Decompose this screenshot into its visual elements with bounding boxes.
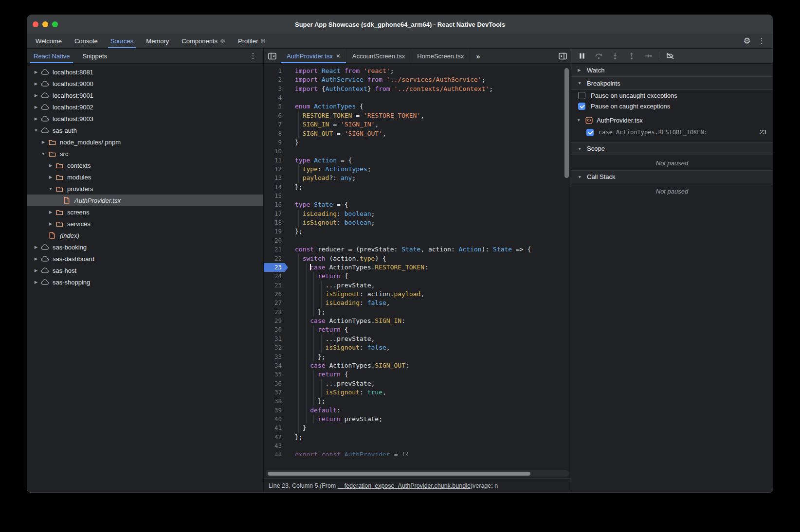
code-line-36[interactable]: 36 ...prevState, [264,379,571,388]
code-line-15[interactable]: 15 [264,192,571,200]
line-number[interactable]: 8 [264,129,288,138]
pause-button[interactable] [575,50,589,62]
code-line-17[interactable]: 17 isLoading: boolean; [264,210,571,218]
line-number[interactable]: 36 [264,379,288,388]
tree-item-sas-host[interactable]: ▶sas-host [27,265,263,276]
tree-item-localhost-9000[interactable]: ▶localhost:9000 [27,78,263,89]
line-number[interactable]: 44 [264,450,288,456]
tree-item-sas-booking[interactable]: ▶sas-booking [27,241,263,253]
code-line-43[interactable]: 43 [264,442,571,450]
tree-item-localhost-8081[interactable]: ▶localhost:8081 [27,66,263,78]
tab-welcome[interactable]: Welcome [29,34,68,48]
tree-item-localhost-9003[interactable]: ▶localhost:9003 [27,113,263,124]
navigator-more-kebab-icon[interactable]: ⋮ [247,50,259,62]
code-line-42[interactable]: 42}; [264,433,571,442]
pause-uncaught-row[interactable]: Pause on uncaught exceptions [571,90,773,101]
line-number[interactable]: 3 [264,85,288,93]
line-number[interactable]: 26 [264,290,288,299]
code-line-18[interactable]: 18 isSignout: boolean; [264,218,571,227]
line-number[interactable]: 2 [264,75,288,84]
callstack-section-header[interactable]: ▼ Call Stack [571,170,773,183]
code-line-39[interactable]: 39 default: [264,406,571,415]
line-number[interactable]: 24 [264,272,288,281]
zoom-window-button[interactable] [52,21,58,27]
tree-item-sas-auth[interactable]: ▼sas-auth [27,124,263,136]
line-number[interactable]: 6 [264,111,288,120]
line-number[interactable]: 21 [264,245,288,254]
tab-profiler[interactable]: Profiler [232,34,272,48]
expand-arrow-right-icon[interactable]: ▶ [39,140,47,144]
code-line-29[interactable]: 29 case ActionTypes.SIGN_IN: [264,317,571,325]
line-number[interactable]: 20 [264,236,288,245]
line-number[interactable]: 9 [264,138,288,147]
code-line-37[interactable]: 37 isSignout: true, [264,388,571,397]
tree-item-screens[interactable]: ▶screens [27,206,263,218]
expand-arrow-right-icon[interactable]: ▶ [32,245,40,249]
code-editor[interactable]: 1import React from 'react';2import AuthS… [264,64,571,479]
pause-caught-row[interactable]: Pause on caught exceptions [571,101,773,111]
line-number[interactable]: 10 [264,147,288,156]
breakpoint-file-group[interactable]: ▼ AuthProvider.tsx [571,114,773,126]
expand-arrow-right-icon[interactable]: ▶ [32,81,40,86]
tab-sources[interactable]: Sources [104,34,140,48]
editor-tab-accountscreen-tsx[interactable]: AccountScreen.tsx [346,49,411,63]
line-number[interactable]: 39 [264,406,288,415]
line-number[interactable]: 28 [264,308,288,317]
tree-item-node-modules-pnpm[interactable]: ▶node_modules/.pnpm [27,136,263,148]
line-number[interactable]: 4 [264,93,288,102]
horizontal-scrollbar-thumb[interactable] [268,472,530,476]
line-number[interactable]: 17 [264,210,288,218]
vertical-scrollbar[interactable] [564,68,569,178]
line-number[interactable]: 40 [264,415,288,424]
pause-caught-checkbox[interactable] [578,103,585,110]
breakpoints-section-header[interactable]: ▼ Breakpoints [571,77,773,90]
tree-item-sas-dashboard[interactable]: ▶sas-dashboard [27,253,263,265]
code-line-3[interactable]: 3import {AuthContext} from '../contexts/… [264,85,571,93]
expand-arrow-right-icon[interactable]: ▶ [32,93,40,98]
line-number[interactable]: 43 [264,442,288,450]
line-number[interactable]: 13 [264,174,288,182]
expand-arrow-right-icon[interactable]: ▶ [47,175,55,179]
tree-item-providers[interactable]: ▼providers [27,183,263,195]
code-line-28[interactable]: 28 }; [264,308,571,317]
editor-tab-authprovider-tsx[interactable]: AuthProvider.tsx× [281,49,346,63]
code-line-30[interactable]: 30 return { [264,325,571,334]
expand-arrow-down-icon[interactable]: ▼ [47,186,55,191]
code-line-11[interactable]: 11type Action = { [264,156,571,165]
source-bundle-link[interactable]: __federation_expose_AuthProvider.chunk.b… [338,482,471,489]
code-line-4[interactable]: 4 [264,93,571,102]
line-number[interactable]: 25 [264,281,288,290]
deactivate-breakpoints-button[interactable] [663,50,677,62]
line-number[interactable]: 15 [264,192,288,200]
line-number[interactable]: 1 [264,67,288,75]
code-line-22[interactable]: 22 switch (action.type) { [264,254,571,263]
line-number[interactable]: 35 [264,370,288,379]
expand-arrow-down-icon[interactable]: ▼ [39,151,47,156]
expand-arrow-right-icon[interactable]: ▶ [32,70,40,74]
tree-item-sas-shopping[interactable]: ▶sas-shopping [27,276,263,288]
tree-item-localhost-9002[interactable]: ▶localhost:9002 [27,101,263,113]
code-line-41[interactable]: 41 } [264,424,571,432]
expand-arrow-right-icon[interactable]: ▶ [47,163,55,168]
line-number[interactable]: 34 [264,361,288,370]
code-line-25[interactable]: 25 ...prevState, [264,281,571,290]
minimize-window-button[interactable] [42,21,48,27]
scope-section-header[interactable]: ▼ Scope [571,142,773,155]
code-line-38[interactable]: 38 }; [264,397,571,406]
line-number[interactable]: 11 [264,156,288,165]
line-number[interactable]: 22 [264,254,288,263]
step-out-button[interactable] [625,50,638,62]
code-line-2[interactable]: 2import AuthService from '../services/Au… [264,75,571,84]
editor-tab-homescreen-tsx[interactable]: HomeScreen.tsx [411,49,470,63]
show-debugger-button[interactable] [559,49,571,63]
step-into-button[interactable] [608,50,622,62]
code-line-34[interactable]: 34 case ActionTypes.SIGN_OUT: [264,361,571,370]
code-line-35[interactable]: 35 return { [264,370,571,379]
settings-gear-icon[interactable]: ⚙ [741,35,753,47]
tab-overflow-chevrons[interactable]: » [470,49,486,63]
tree-item-services[interactable]: ▶services [27,218,263,230]
line-number[interactable]: 42 [264,433,288,442]
breakpoint-entry[interactable]: case ActionTypes.RESTORE_TOKEN: 23 [571,126,773,138]
expand-arrow-right-icon[interactable]: ▶ [32,105,40,109]
code-line-23[interactable]: 23 case ActionTypes.RESTORE_TOKEN: [264,263,571,272]
